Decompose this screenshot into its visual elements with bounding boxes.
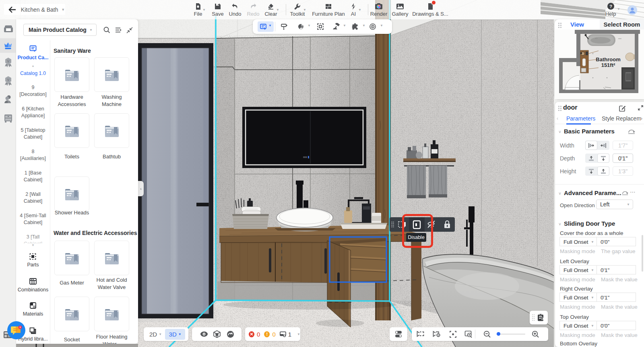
svg-text:V: V [7, 59, 9, 63]
svg-text:151ft²: 151ft² [601, 62, 615, 68]
svg-text:V: V [7, 78, 9, 82]
svg-text:Bathroom: Bathroom [596, 56, 620, 62]
svg-text:?: ? [609, 4, 612, 9]
